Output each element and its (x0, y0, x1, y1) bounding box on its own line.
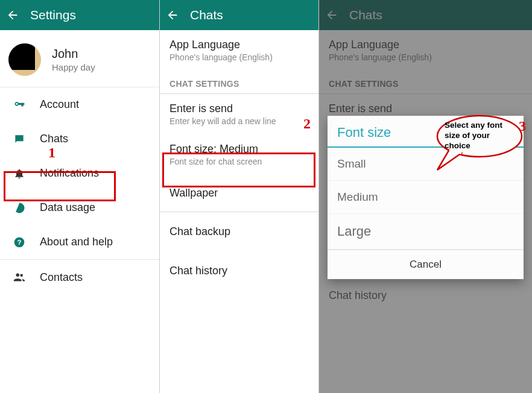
setting-subtitle: Phone's language (English) (169, 52, 309, 62)
setting-subtitle: Enter key will add a new line (169, 116, 309, 126)
setting-title: Chat history (169, 265, 309, 277)
appbar-chats: Chats (160, 0, 318, 30)
font-size-dialog: Font size Small Medium Large Cancel (328, 116, 524, 279)
font-option-medium[interactable]: Medium (328, 181, 524, 214)
profile-row[interactable]: John Happy day (0, 30, 159, 87)
chats-screen: Chats App Language Phone's language (Eng… (159, 0, 318, 393)
font-option-small[interactable]: Small (328, 148, 524, 181)
appbar-title: Settings (30, 8, 76, 22)
profile-name: John (52, 47, 95, 61)
appbar-settings: Settings (0, 0, 159, 30)
menu-item-contacts[interactable]: Contacts (0, 260, 159, 295)
settings-screen: Settings John Happy day Account Chats (0, 0, 159, 393)
setting-title: App Language (169, 39, 309, 51)
setting-chat-history: Chat history (319, 285, 532, 310)
setting-title: Font size: Medium (169, 143, 309, 156)
setting-title: Wallpaper (169, 187, 309, 200)
menu-label: About and help (40, 236, 113, 248)
font-option-large[interactable]: Large (328, 214, 524, 250)
menu-label: Chats (40, 133, 68, 145)
setting-title: Chat backup (169, 225, 309, 238)
setting-subtitle: Font size for chat screen (169, 157, 309, 166)
menu-item-about[interactable]: ? About and help (0, 225, 159, 259)
step-number-2: 2 (303, 116, 311, 132)
setting-font-size[interactable]: Font size: Medium Font size for chat scr… (160, 134, 318, 175)
menu-label: Account (40, 98, 79, 111)
profile-status: Happy day (52, 62, 95, 72)
contacts-icon (11, 271, 28, 284)
dialog-cancel-button[interactable]: Cancel (328, 250, 524, 279)
section-header: CHAT SETTINGS (160, 71, 318, 93)
avatar (8, 43, 41, 76)
setting-title: Chat history (329, 289, 522, 302)
menu-label: Data usage (40, 201, 95, 214)
menu-item-data-usage[interactable]: Data usage (0, 190, 159, 225)
setting-enter-is-send[interactable]: Enter is send Enter key will add a new l… (160, 94, 318, 134)
setting-chat-backup[interactable]: Chat backup (160, 212, 318, 251)
menu-item-notifications[interactable]: Notifications (0, 156, 159, 190)
bell-icon (11, 168, 28, 180)
menu-item-chats[interactable]: Chats (0, 122, 159, 156)
step-number-1: 1 (48, 145, 55, 161)
data-usage-icon (11, 202, 28, 214)
chat-icon (11, 133, 28, 145)
menu-label: Notifications (40, 167, 99, 180)
back-arrow-icon[interactable] (166, 8, 179, 22)
svg-text:?: ? (17, 238, 21, 246)
menu-item-account[interactable]: Account (0, 87, 159, 122)
setting-wallpaper[interactable]: Wallpaper (160, 175, 318, 212)
step-number-3: 3 (519, 118, 526, 134)
dialog-title: Font size (337, 125, 391, 140)
chats-screen-dialog: Chats App Language Phone's language (Eng… (318, 0, 532, 393)
appbar-title: Chats (190, 8, 223, 22)
setting-chat-history[interactable]: Chat history (160, 251, 318, 291)
setting-title: Enter is send (169, 102, 309, 115)
help-icon: ? (11, 236, 28, 248)
key-icon (11, 99, 28, 111)
back-arrow-icon[interactable] (6, 8, 19, 22)
setting-app-language[interactable]: App Language Phone's language (English) (160, 30, 318, 71)
menu-label: Contacts (40, 271, 83, 284)
